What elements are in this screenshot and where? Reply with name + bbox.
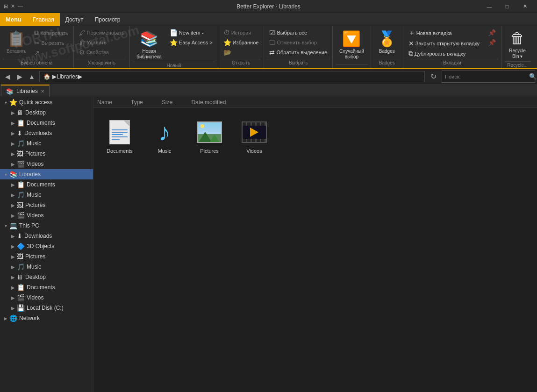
expand-network[interactable]: ▶ — [2, 314, 9, 322]
expand-music-qa[interactable]: ▶ — [9, 140, 17, 147]
duplicate-tab-button[interactable]: ⧉ Дублировать вкладку — [406, 49, 482, 58]
menu-home[interactable]: Главная — [27, 13, 60, 26]
open-button[interactable]: 📂 — [221, 48, 261, 57]
expand-quick-access[interactable]: ▾ — [2, 99, 9, 106]
this-pc-icon: 💻 — [9, 222, 17, 229]
close-tab-button[interactable]: ✕ Закрыть открытую вкладку — [406, 39, 482, 48]
sidebar-item-documents-pc[interactable]: ▶ 📋 Documents — [0, 282, 93, 292]
move-button[interactable]: ↗ — [32, 48, 70, 57]
new-item-button[interactable]: 📄 New item - — [167, 28, 215, 37]
select-all-button[interactable]: ☑ Выбрать все — [267, 28, 329, 37]
refresh-button[interactable]: ↻ — [427, 70, 440, 83]
search-icon[interactable]: 🔍 — [529, 73, 537, 80]
sidebar-item-this-pc[interactable]: ▾ 💻 This PC — [0, 221, 93, 231]
expand-music-pc[interactable]: ▶ — [9, 263, 17, 271]
expand-pictures-qa[interactable]: ▶ — [9, 150, 17, 157]
new-tab-button[interactable]: ＋ Новая вкладка — [406, 28, 482, 38]
sidebar-item-videos-qa[interactable]: ▶ 🎬 Videos — [0, 159, 93, 169]
close-button[interactable]: ✕ — [516, 0, 533, 13]
col-name[interactable]: Name — [97, 99, 112, 106]
up-button[interactable]: ▲ — [26, 71, 37, 82]
expand-documents-lib[interactable]: ▶ — [9, 181, 17, 188]
sidebar-item-desktop[interactable]: ▶ 🖥 Desktop — [0, 107, 93, 118]
sidebar-item-desktop-pc[interactable]: ▶ 🖥 Desktop — [0, 272, 93, 282]
tab-close-button[interactable]: ✕ — [41, 89, 44, 94]
sidebar-item-network[interactable]: ▶ 🌐 Network — [0, 313, 93, 323]
expand-downloads-pc[interactable]: ▶ — [9, 232, 17, 240]
unpin-tab-button[interactable]: 📌 — [486, 38, 498, 47]
sidebar-item-pictures-lib[interactable]: ▶ 🖼 Pictures — [0, 200, 93, 210]
expand-desktop[interactable]: ▶ — [9, 109, 17, 116]
expand-videos-pc[interactable]: ▶ — [9, 294, 17, 301]
sidebar-item-libraries[interactable]: ▾ 📚 Libraries — [0, 169, 93, 179]
deselect-button[interactable]: ☐ Отменить выбор — [267, 38, 329, 47]
sidebar-item-3d-objects[interactable]: ▶ 🔷 3D Objects — [0, 241, 93, 251]
expand-3d-objects[interactable]: ▶ — [9, 242, 17, 250]
delete-button[interactable]: 🗑 Удалить — [77, 38, 127, 47]
search-input[interactable] — [463, 74, 527, 79]
expand-documents-pc[interactable]: ▶ — [9, 284, 17, 291]
sidebar-item-documents-qa[interactable]: ▶ 📋 Documents — [0, 118, 93, 128]
expand-local-disk[interactable]: ▶ — [9, 304, 17, 312]
sidebar-item-pictures-pc[interactable]: ▶ 🖼 Pictures — [0, 251, 93, 262]
maximize-button[interactable]: □ — [499, 0, 516, 13]
cut-button[interactable]: ✂ Вырезать — [32, 38, 70, 48]
pin-tab-button[interactable]: 📌 — [486, 28, 498, 37]
recycle-bin-button[interactable]: 🗑 RecycleBin ▾ — [504, 28, 530, 61]
badges-button[interactable]: 🏅 Badges — [374, 28, 400, 56]
breadcrumb-libraries[interactable]: Libraries — [57, 73, 78, 80]
forward-button[interactable]: ▶ — [14, 71, 25, 82]
ribbon: 📋 Вставить ⧉ Копировать ✂ Вырезать ↗ — [0, 26, 537, 69]
expand-downloads-qa[interactable]: ▶ — [9, 129, 17, 137]
expand-videos-qa[interactable]: ▶ — [9, 160, 17, 168]
item-videos[interactable]: Videos — [236, 115, 273, 157]
back-button[interactable]: ◀ — [2, 71, 13, 82]
sidebar-item-music-pc[interactable]: ▶ 🎵 Music — [0, 262, 93, 272]
title-bar: ⊞ ✕ — Better Explorer - Libraries — □ ✕ — [0, 0, 537, 13]
col-type[interactable]: Type — [131, 99, 143, 106]
minimize-button[interactable]: — — [481, 0, 498, 13]
item-music[interactable]: ♪ Music — [146, 115, 183, 157]
sidebar-item-pictures-qa[interactable]: ▶ 🖼 Pictures — [0, 149, 93, 159]
tab-libraries[interactable]: 📚 Libraries ✕ — [1, 85, 50, 97]
sidebar-item-music-qa[interactable]: ▶ 🎵 Music — [0, 138, 93, 149]
expand-pictures-pc[interactable]: ▶ — [9, 253, 17, 260]
sidebar-item-downloads-pc[interactable]: ▶ ⬇ Downloads — [0, 231, 93, 241]
expand-desktop-pc[interactable]: ▶ — [9, 273, 17, 281]
expand-videos-lib[interactable]: ▶ — [9, 212, 17, 219]
sidebar-item-quick-access[interactable]: ▾ ⭐ Quick access — [0, 97, 93, 107]
copy-button[interactable]: ⧉ Копировать — [32, 28, 70, 38]
item-documents[interactable]: Documents — [101, 115, 138, 157]
random-button[interactable]: 🔽 Случайныйвыбор — [336, 28, 368, 62]
rename-button[interactable]: 🖊 Переименовать — [77, 28, 127, 37]
paste-button[interactable]: 📋 Вставить — [3, 28, 30, 56]
invert-select-button[interactable]: ⇄ Обратить выделение — [267, 48, 329, 57]
address-bar[interactable]: 🏠 ▶ Libraries ▶ — [39, 71, 425, 82]
favorites-button[interactable]: ⭐ Избранное — [221, 38, 261, 47]
expand-pictures-lib[interactable]: ▶ — [9, 201, 17, 209]
col-size[interactable]: Size — [162, 99, 172, 106]
expand-documents-qa[interactable]: ▶ — [9, 119, 17, 127]
history-button[interactable]: ⏱ История — [221, 28, 261, 37]
search-box[interactable]: Поиск: 🔍 — [442, 71, 535, 83]
sidebar-item-videos-pc[interactable]: ▶ 🎬 Videos — [0, 292, 93, 303]
properties-button[interactable]: ⚙ Свойства — [77, 48, 127, 57]
menu-access[interactable]: Доступ — [60, 13, 89, 26]
menu-button[interactable]: Menu — [0, 13, 27, 26]
new-library-icon: 📚 — [140, 30, 158, 48]
easy-access-button[interactable]: ⭐ Easy Access > — [167, 38, 215, 47]
sidebar-item-videos-lib[interactable]: ▶ 🎬 Videos — [0, 210, 93, 221]
expand-music-lib[interactable]: ▶ — [9, 191, 17, 199]
expand-this-pc[interactable]: ▾ — [2, 222, 9, 229]
sidebar-item-documents-lib[interactable]: ▶ 📋 Documents — [0, 179, 93, 190]
expand-libraries[interactable]: ▾ — [2, 171, 9, 178]
sidebar-item-music-lib[interactable]: ▶ 🎵 Music — [0, 190, 93, 200]
sidebar-item-downloads-qa[interactable]: ▶ ⬇ Downloads — [0, 128, 93, 138]
new-library-button[interactable]: 📚 Новаябиблиотека — [133, 28, 165, 62]
menu-view[interactable]: Просмотр — [89, 13, 126, 26]
item-pictures[interactable]: Pictures — [191, 115, 228, 157]
col-date[interactable]: Date modified — [191, 99, 226, 106]
title-bar-left: ⊞ ✕ — — [4, 3, 23, 9]
ribbon-group-badges: 🏅 Badges Badges — [371, 26, 403, 68]
sidebar-item-local-disk[interactable]: ▶ 💾 Local Disk (C:) — [0, 303, 93, 313]
